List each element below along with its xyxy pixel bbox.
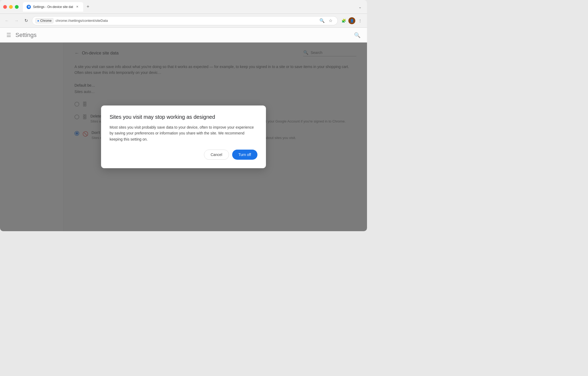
- dialog-actions: Cancel Turn off: [110, 150, 257, 160]
- url-actions: 🔍 ☆: [318, 17, 334, 24]
- title-bar: ⚙ Settings - On-device site dat ✕ + ⌄: [0, 0, 367, 14]
- forward-button[interactable]: →: [13, 17, 20, 24]
- tab-title: Settings - On-device site dat: [33, 5, 73, 9]
- tab-close-button[interactable]: ✕: [75, 5, 80, 9]
- maximize-button[interactable]: [15, 5, 19, 9]
- url-bar[interactable]: ● Chrome chrome://settings/content/siteD…: [32, 16, 338, 25]
- refresh-button[interactable]: ↻: [22, 17, 30, 24]
- tab-dropdown-button[interactable]: ⌄: [356, 3, 364, 11]
- avatar[interactable]: 👤: [348, 17, 355, 24]
- toolbar-right: 🧩 👤 ⋮: [340, 17, 364, 24]
- confirmation-dialog: Sites you visit may stop working as desi…: [101, 105, 266, 168]
- page-content: ☰ Settings 🔍 ← On-device site data 🔍 Sea…: [0, 28, 367, 231]
- settings-main: ← On-device site data 🔍 Search A site yo…: [0, 43, 367, 231]
- cancel-button[interactable]: Cancel: [204, 150, 229, 160]
- active-tab[interactable]: ⚙ Settings - On-device site dat ✕: [23, 2, 83, 12]
- back-button[interactable]: ←: [3, 17, 11, 24]
- extensions-icon[interactable]: 🧩: [340, 17, 347, 24]
- tab-favicon: ⚙: [27, 5, 31, 9]
- browser-window: ⚙ Settings - On-device site dat ✕ + ⌄ ← …: [0, 0, 367, 231]
- settings-search-button[interactable]: 🔍: [354, 32, 361, 38]
- menu-icon[interactable]: ⋮: [356, 17, 364, 24]
- address-bar: ← → ↻ ● Chrome chrome://settings/content…: [0, 14, 367, 28]
- settings-menu-button[interactable]: ☰: [6, 32, 11, 38]
- dialog-body: Most sites you visit probably save data …: [110, 124, 257, 142]
- tab-bar: ⚙ Settings - On-device site dat ✕ + ⌄: [23, 2, 364, 12]
- dialog-title: Sites you visit may stop working as desi…: [110, 114, 257, 120]
- url-text: chrome://settings/content/siteData: [56, 19, 108, 23]
- new-tab-button[interactable]: +: [84, 3, 92, 11]
- chrome-badge: ● Chrome: [35, 18, 53, 23]
- turn-off-button[interactable]: Turn off: [232, 150, 257, 160]
- zoom-icon[interactable]: 🔍: [318, 17, 326, 24]
- chrome-badge-label: Chrome: [40, 19, 52, 23]
- bookmark-icon[interactable]: ☆: [327, 17, 334, 24]
- modal-overlay: Sites you visit may stop working as desi…: [0, 43, 367, 231]
- minimize-button[interactable]: [9, 5, 13, 9]
- settings-title: Settings: [15, 32, 37, 39]
- traffic-lights: [3, 5, 19, 9]
- close-button[interactable]: [3, 5, 7, 9]
- settings-header: ☰ Settings 🔍: [0, 28, 367, 43]
